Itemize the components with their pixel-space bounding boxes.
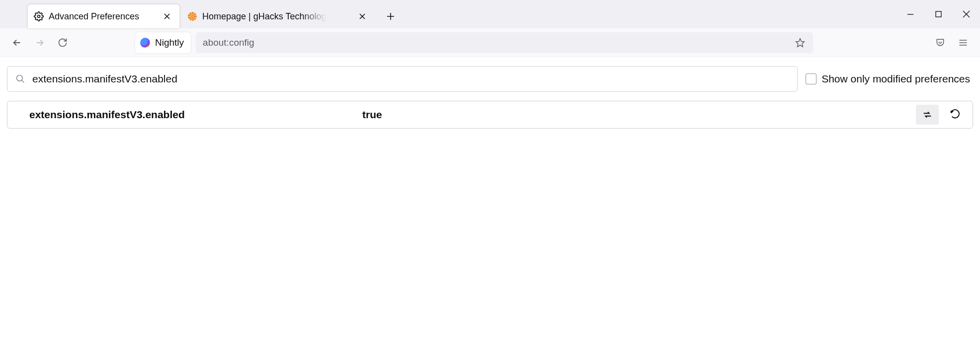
- svg-point-3: [17, 75, 23, 81]
- tab-strip: Advanced Preferences Homepage | gHacks T…: [0, 0, 980, 28]
- toggle-preference-button[interactable]: [916, 105, 939, 125]
- bookmark-star-icon[interactable]: [791, 34, 809, 52]
- svg-point-0: [38, 15, 40, 18]
- svg-rect-1: [936, 11, 941, 17]
- firefox-nightly-icon: [140, 38, 150, 48]
- gear-icon: [34, 11, 44, 21]
- show-only-modified-label: Show only modified preferences: [821, 73, 970, 85]
- tab-title: Advanced Preferences: [49, 11, 161, 22]
- tab-title: Homepage | gHacks Technology News: [202, 11, 356, 22]
- pocket-button[interactable]: [930, 33, 950, 53]
- urlbar-container: Nightly about:config: [135, 32, 813, 53]
- show-only-modified-checkbox[interactable]: Show only modified preferences: [806, 73, 973, 85]
- minimize-button[interactable]: [897, 0, 924, 28]
- preference-name: extensions.manifestV3.enabled: [29, 109, 362, 121]
- forward-button[interactable]: [30, 33, 50, 53]
- back-button[interactable]: [7, 33, 27, 53]
- maximize-button[interactable]: [924, 0, 952, 28]
- tab-ghacks[interactable]: Homepage | gHacks Technology News: [181, 4, 375, 28]
- preference-search-input[interactable]: [32, 73, 789, 85]
- navigation-toolbar: Nightly about:config: [0, 28, 980, 57]
- search-row: Show only modified preferences: [7, 66, 973, 92]
- preference-actions: [916, 105, 967, 125]
- checkbox-box: [806, 73, 817, 84]
- close-window-button[interactable]: [952, 0, 980, 28]
- reload-button[interactable]: [53, 33, 73, 53]
- url-bar[interactable]: about:config: [196, 32, 813, 53]
- preference-search-box[interactable]: [7, 66, 798, 92]
- preference-value: true: [362, 109, 916, 121]
- tab-advanced-preferences[interactable]: Advanced Preferences: [28, 4, 179, 28]
- identity-label: Nightly: [155, 37, 184, 48]
- identity-box[interactable]: Nightly: [135, 32, 191, 53]
- about-config-content: Show only modified preferences extension…: [0, 57, 980, 138]
- search-icon: [15, 74, 25, 84]
- close-tab-button[interactable]: [161, 10, 173, 23]
- new-tab-button[interactable]: [381, 6, 401, 26]
- close-tab-button[interactable]: [356, 10, 369, 23]
- app-menu-button[interactable]: [953, 33, 973, 53]
- reset-preference-button[interactable]: [944, 105, 967, 125]
- svg-marker-2: [796, 38, 805, 47]
- toolbar-end: [930, 33, 973, 53]
- window-controls: [897, 0, 980, 28]
- ghacks-favicon: [187, 11, 197, 21]
- preference-row: extensions.manifestV3.enabled true: [7, 101, 973, 129]
- url-text: about:config: [203, 37, 791, 48]
